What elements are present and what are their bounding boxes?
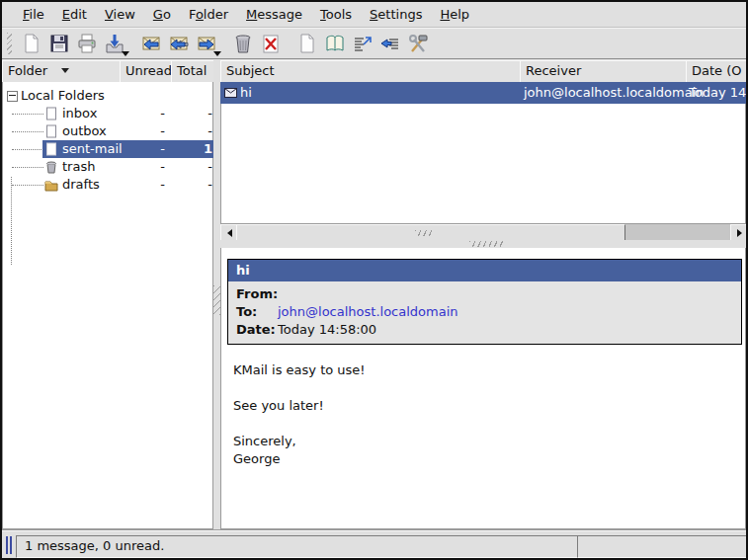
- vertical-splitter[interactable]: [213, 60, 220, 529]
- tree-guide-line: [12, 149, 43, 151]
- menu-edit[interactable]: Edit: [53, 4, 96, 25]
- toolbar-grip[interactable]: [7, 33, 12, 54]
- message-subject-title: hi: [228, 260, 741, 281]
- delete-icon: [260, 33, 282, 54]
- menu-message[interactable]: Message: [237, 4, 311, 25]
- new-note-button[interactable]: [294, 31, 320, 56]
- message-header-box: hi From: To:john@localhost.localdomain D…: [227, 259, 742, 345]
- header-row-from: From:: [228, 285, 741, 303]
- forward-dropdown-caret[interactable]: [213, 51, 221, 56]
- envelope-icon: [224, 87, 238, 99]
- menu-help[interactable]: Help: [431, 4, 478, 25]
- body-line: Sincerely,: [233, 433, 366, 450]
- statusbar-grip: [6, 536, 13, 554]
- mail-paper-icon: [44, 107, 58, 120]
- toolbar-separator: [128, 31, 137, 56]
- menubar: File Edit View Go Folder Message Tools S…: [2, 2, 746, 28]
- status-bar: 1 message, 0 unread.: [2, 530, 746, 558]
- print-button[interactable]: [74, 31, 100, 56]
- horizontal-scrollbar[interactable]: [220, 224, 746, 240]
- mail-paper-icon: [44, 124, 58, 138]
- body-line: KMail is easy to use!: [233, 361, 366, 379]
- delete-button[interactable]: [258, 31, 284, 56]
- folder-root-local-folders[interactable]: Local Folders: [3, 87, 214, 105]
- message-headers: From: To:john@localhost.localdomain Date…: [228, 281, 741, 344]
- move-to-trash-button[interactable]: [230, 31, 256, 56]
- kmail-window: File Edit View Go Folder Message Tools S…: [0, 0, 748, 560]
- configure-button[interactable]: [405, 31, 431, 56]
- sort-arrow-icon: [61, 68, 69, 73]
- message-row[interactable]: hi john@localhost.localdomain Today 14: [220, 82, 746, 104]
- tree-guide-line: [12, 131, 43, 133]
- configure-tools-icon: [407, 33, 429, 54]
- print-icon: [76, 33, 98, 54]
- reply-to-mailing-list-icon: [379, 33, 401, 54]
- collapse-expander-icon[interactable]: [7, 91, 18, 102]
- trash-icon: [232, 33, 254, 54]
- tree-guide-line: [12, 185, 43, 187]
- body-line: See you later!: [233, 397, 366, 415]
- status-message-panel: 1 message, 0 unread.: [16, 535, 587, 558]
- mail-paper-icon: [44, 142, 58, 156]
- splitter-grip: [469, 241, 503, 247]
- horizontal-splitter[interactable]: [220, 240, 746, 248]
- header-row-date: Date:Today 14:58:00: [228, 321, 741, 339]
- post-to-mailing-list-icon: [352, 33, 374, 54]
- folder-row-sent-mail[interactable]: sent-mail - 1: [3, 140, 214, 158]
- message-body: KMail is easy to use! See you later! Sin…: [233, 361, 366, 468]
- trash-can-icon: [44, 160, 58, 174]
- forward-button[interactable]: [194, 31, 219, 56]
- menu-tools[interactable]: Tools: [311, 4, 361, 25]
- folder-row-outbox[interactable]: outbox - -: [3, 122, 214, 140]
- menu-file[interactable]: File: [14, 4, 53, 25]
- new-message-button[interactable]: [19, 31, 44, 56]
- menu-settings[interactable]: Settings: [361, 4, 431, 25]
- toolbar-separator: [285, 31, 293, 56]
- tree-guide-line: [12, 114, 43, 116]
- menu-go[interactable]: Go: [144, 4, 180, 25]
- body-line: [233, 415, 366, 433]
- body-line: [233, 379, 366, 397]
- message-preview-pane[interactable]: hi From: To:john@localhost.localdomain D…: [220, 248, 746, 529]
- folder-row-drafts[interactable]: drafts - -: [3, 176, 214, 194]
- reply-all-button[interactable]: [166, 31, 192, 56]
- reply-button[interactable]: [138, 31, 164, 56]
- header-row-to: To:john@localhost.localdomain: [228, 303, 741, 321]
- folder-row-trash[interactable]: trash - -: [3, 158, 214, 176]
- toolbar-separator: [220, 31, 229, 56]
- folder-row-inbox[interactable]: inbox - -: [3, 105, 214, 122]
- save-button[interactable]: [46, 31, 72, 56]
- reply-all-icon: [168, 33, 190, 54]
- menu-view[interactable]: View: [96, 4, 144, 25]
- address-book-button[interactable]: [322, 31, 348, 56]
- folder-tree[interactable]: Local Folders inbox - - outbox - - sent-…: [2, 82, 213, 529]
- reply-to-list-button[interactable]: [377, 31, 403, 56]
- arrow-right-icon: [737, 229, 742, 237]
- save-floppy-icon: [48, 33, 70, 54]
- tree-guide-line: [12, 167, 43, 169]
- folder-icon: [44, 178, 58, 192]
- arrow-left-icon: [227, 229, 232, 237]
- note-icon: [296, 33, 318, 54]
- check-mail-dropdown-caret[interactable]: [122, 51, 129, 56]
- splitter-grip: [213, 285, 220, 315]
- address-book-icon: [324, 33, 346, 54]
- status-secondary-panel: [577, 535, 748, 558]
- toolbar: [2, 28, 746, 59]
- menu-folder[interactable]: Folder: [180, 4, 237, 25]
- post-to-list-button[interactable]: [350, 31, 375, 56]
- to-address-link[interactable]: john@localhost.localdomain: [278, 304, 458, 319]
- body-line: George: [233, 450, 366, 468]
- new-message-icon: [21, 33, 42, 54]
- check-mail-button[interactable]: [102, 31, 127, 56]
- reply-icon: [140, 33, 162, 54]
